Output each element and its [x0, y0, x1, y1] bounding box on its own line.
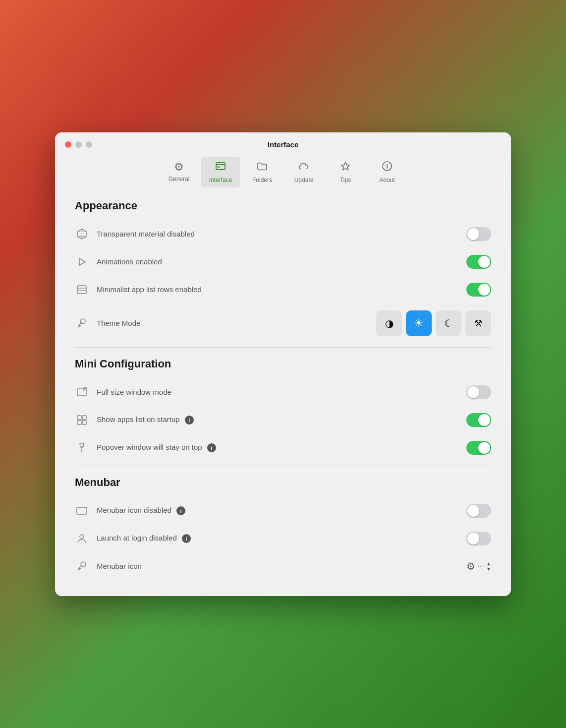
minimalist-rows-label: Minimalist app list rows enabled — [97, 285, 458, 294]
gear-icon: ⚙ — [174, 161, 184, 174]
icon-control-symbol: ⚙ — [466, 560, 475, 572]
tab-update[interactable]: Update — [284, 157, 324, 187]
popover-stay-top-toggle[interactable] — [466, 441, 491, 455]
appearance-title: Appearance — [75, 199, 491, 212]
menubar-icon-select-label: Menubar icon — [97, 562, 458, 570]
rect-icon — [75, 504, 89, 518]
tab-bar: ⚙ General Interface — [159, 157, 407, 187]
divider-2 — [75, 466, 491, 466]
tab-interface[interactable]: Interface — [201, 157, 240, 187]
theme-mode-label: Theme Mode — [97, 319, 368, 327]
theme-mode-row: Theme Mode ◑ ☀ ☾ ⚒ — [75, 303, 491, 343]
window-title: Interface — [268, 140, 299, 149]
tab-general-label: General — [169, 176, 190, 182]
pin-icon — [75, 441, 89, 455]
launch-login-toggle[interactable] — [466, 532, 491, 546]
tab-interface-label: Interface — [209, 177, 232, 183]
launch-login-info-badge[interactable]: i — [182, 534, 191, 543]
svg-rect-26 — [77, 507, 87, 514]
list-icon — [75, 283, 89, 297]
svg-rect-22 — [77, 421, 81, 425]
animations-label: Animations enabled — [97, 257, 458, 266]
minimalist-rows-row: Minimalist app list rows enabled — [75, 276, 491, 303]
titlebar: Interface ⚙ General Interface — [55, 132, 511, 187]
menubar-icon-select-row: Menubar icon ⚙ ⋯ ▲ ▼ — [75, 552, 491, 580]
menubar-icon-row: Menubar icon disabled i — [75, 497, 491, 525]
menubar-icon-info-badge[interactable]: i — [176, 506, 185, 515]
person-icon — [75, 532, 89, 546]
tab-general[interactable]: ⚙ General — [159, 157, 199, 187]
tab-about[interactable]: About — [367, 157, 407, 187]
launch-login-label: Launch at login disabled i — [97, 534, 458, 543]
svg-rect-20 — [77, 416, 81, 420]
full-size-window-label: Full size window mode — [97, 388, 458, 396]
icon-control-dots: ⋯ — [477, 562, 484, 570]
star-icon — [340, 161, 351, 175]
svg-marker-3 — [341, 162, 349, 170]
theme-mode-buttons: ◑ ☀ ☾ ⚒ — [376, 310, 491, 336]
svg-marker-11 — [79, 258, 85, 265]
full-size-window-toggle[interactable] — [466, 385, 491, 399]
show-apps-startup-toggle[interactable] — [466, 413, 491, 427]
divider-1 — [75, 347, 491, 348]
show-apps-startup-label: Show apps list on startup i — [97, 415, 458, 425]
tab-folders[interactable]: Folders — [242, 157, 282, 187]
minimalist-rows-toggle[interactable] — [466, 283, 491, 297]
minimize-button[interactable] — [75, 141, 82, 148]
main-window: Interface ⚙ General Interface — [55, 132, 511, 596]
cube-icon — [75, 227, 89, 241]
interface-icon — [215, 161, 226, 175]
content-area: Appearance Transparent material disabled — [55, 187, 511, 596]
theme-auto-button[interactable]: ◑ — [376, 310, 402, 336]
theme-icon — [75, 316, 89, 330]
transparent-material-label: Transparent material disabled — [97, 230, 458, 238]
menubar-title: Menubar — [75, 476, 491, 489]
svg-rect-12 — [77, 286, 86, 294]
popover-info-badge[interactable]: i — [207, 443, 216, 452]
menubar-icon-toggle[interactable] — [466, 504, 491, 518]
transparent-material-row: Transparent material disabled — [75, 220, 491, 248]
theme-light-button[interactable]: ☀ — [406, 310, 432, 336]
mini-config-section: Mini Configuration Full size window mode — [75, 358, 491, 462]
show-apps-startup-row: Show apps list on startup i — [75, 406, 491, 434]
maximize-button[interactable] — [86, 141, 92, 148]
info-circle-icon — [382, 161, 393, 175]
close-button[interactable] — [65, 141, 71, 148]
full-size-window-row: Full size window mode — [75, 378, 491, 406]
theme-dark-button[interactable]: ☾ — [436, 310, 461, 336]
tab-update-label: Update — [294, 177, 314, 183]
traffic-lights — [65, 141, 92, 148]
transparent-material-toggle[interactable] — [466, 227, 491, 241]
appearance-section: Appearance Transparent material disabled — [75, 199, 491, 343]
cloud-icon — [298, 161, 309, 175]
svg-rect-23 — [82, 421, 86, 425]
animations-row: Animations enabled — [75, 248, 491, 276]
svg-rect-21 — [82, 416, 86, 420]
tab-tips[interactable]: Tips — [326, 157, 365, 187]
tab-folders-label: Folders — [252, 177, 272, 183]
mini-config-title: Mini Configuration — [75, 358, 491, 370]
tag2-icon — [75, 559, 89, 573]
tab-tips-label: Tips — [340, 177, 351, 183]
play-icon — [75, 255, 89, 269]
show-apps-info-badge[interactable]: i — [185, 416, 194, 425]
popover-stay-top-label: Popover window will stay on top i — [97, 443, 458, 452]
svg-point-6 — [387, 164, 388, 165]
menubar-section: Menubar Menubar icon disabled i — [75, 476, 491, 580]
popover-stay-top-row: Popover window will stay on top i — [75, 434, 491, 462]
launch-login-row: Launch at login disabled i — [75, 525, 491, 552]
svg-point-27 — [80, 535, 84, 539]
svg-rect-2 — [217, 166, 220, 168]
svg-rect-18 — [77, 389, 86, 396]
grid-icon — [75, 413, 89, 427]
menubar-icon-label: Menubar icon disabled i — [97, 506, 458, 515]
menubar-icon-control[interactable]: ⚙ ⋯ ▲ ▼ — [466, 560, 491, 572]
tab-about-label: About — [379, 177, 395, 183]
icon-arrows[interactable]: ▲ ▼ — [486, 561, 491, 572]
expand-icon — [75, 385, 89, 399]
animations-toggle[interactable] — [466, 255, 491, 269]
theme-custom-button[interactable]: ⚒ — [465, 310, 491, 336]
folder-icon — [257, 161, 268, 175]
